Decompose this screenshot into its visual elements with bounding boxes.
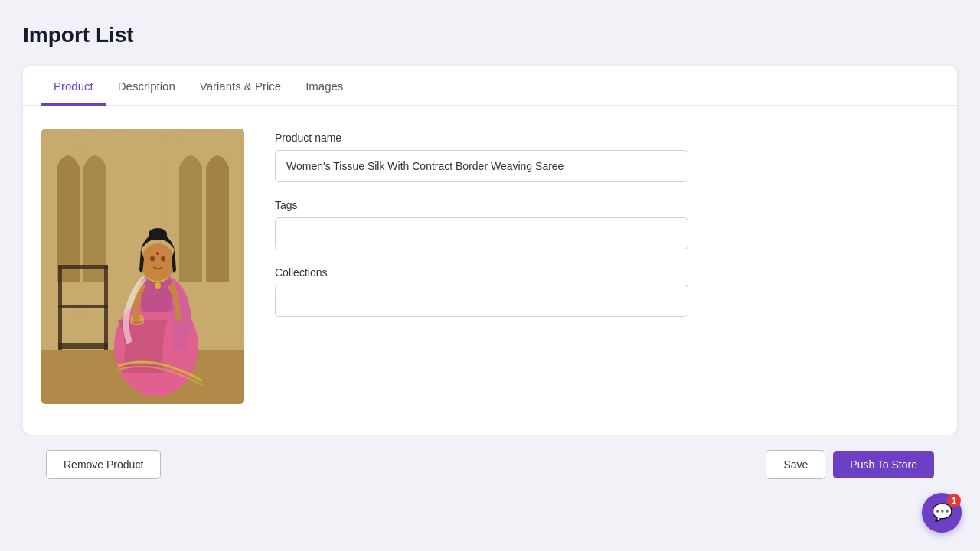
collections-label: Collections bbox=[275, 266, 939, 279]
svg-point-14 bbox=[150, 256, 155, 262]
footer-bar: Remove Product Save Push To Store bbox=[23, 435, 957, 494]
tab-product[interactable]: Product bbox=[41, 66, 106, 106]
tab-images[interactable]: Images bbox=[293, 66, 355, 106]
tab-bar: Product Description Variants & Price Ima… bbox=[23, 66, 957, 106]
product-image bbox=[41, 129, 244, 404]
svg-point-16 bbox=[156, 252, 159, 255]
main-card: Product Description Variants & Price Ima… bbox=[23, 66, 957, 435]
push-to-store-button[interactable]: Push To Store bbox=[833, 451, 934, 478]
svg-point-15 bbox=[161, 256, 165, 262]
collections-input[interactable] bbox=[275, 285, 688, 317]
save-button[interactable]: Save bbox=[766, 450, 825, 479]
svg-rect-7 bbox=[58, 266, 62, 308]
svg-point-17 bbox=[155, 282, 161, 289]
svg-rect-6 bbox=[58, 343, 108, 349]
remove-product-button[interactable]: Remove Product bbox=[46, 450, 161, 479]
product-name-input[interactable] bbox=[275, 150, 688, 182]
tab-description[interactable]: Description bbox=[106, 66, 188, 106]
product-name-label: Product name bbox=[275, 132, 939, 144]
page-title: Import List bbox=[23, 23, 957, 47]
tags-label: Tags bbox=[275, 199, 939, 211]
tags-group: Tags bbox=[275, 199, 939, 249]
svg-point-12 bbox=[141, 243, 175, 282]
collections-group: Collections bbox=[275, 266, 939, 317]
tags-input[interactable] bbox=[275, 217, 688, 249]
tab-variants-price[interactable]: Variants & Price bbox=[188, 66, 293, 106]
product-form: Product name Tags Collections bbox=[275, 129, 939, 317]
card-body: Product name Tags Collections bbox=[23, 106, 957, 435]
chat-notification-badge: 1 bbox=[947, 494, 961, 507]
svg-rect-3 bbox=[58, 305, 108, 308]
product-image-container bbox=[41, 129, 244, 404]
svg-point-13 bbox=[149, 228, 167, 240]
svg-rect-9 bbox=[58, 265, 108, 269]
product-name-group: Product name bbox=[275, 132, 939, 182]
footer-actions: Save Push To Store bbox=[766, 450, 934, 479]
svg-rect-8 bbox=[104, 266, 108, 308]
chat-bubble[interactable]: 💬 1 bbox=[922, 493, 962, 533]
